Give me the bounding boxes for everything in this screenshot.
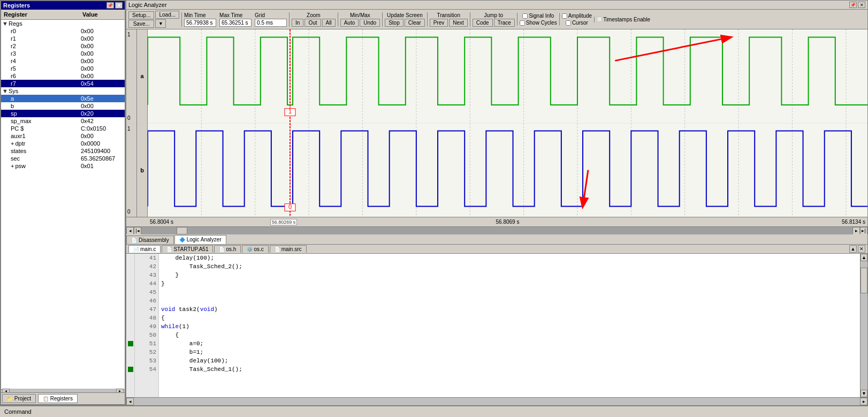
linenum-53: 53 [135,357,158,365]
panel-close-btn[interactable]: ✕ [858,245,865,253]
code-line-47: void task2(void) [161,305,858,314]
reg-row-states[interactable]: states245109400 [1,147,125,155]
code-vscroll[interactable]: ▲ ▼ [860,254,867,397]
zoom-all-btn[interactable]: All [322,19,336,27]
reg-row-r2[interactable]: r20x00 [1,42,125,50]
show-cycles-row: Show Cycles [520,20,557,26]
reg-row-spmax[interactable]: sp_max0x42 [1,117,125,125]
file-tab-mainc[interactable]: 📄 main.c [128,245,161,253]
top-row: Registers 📌 ✕ Register Value ▼ Regs r00x… [0,0,868,405]
transition-group: Transition Prev Next [427,12,468,27]
linenum-54: 54 [135,365,158,374]
code-gutter [126,254,135,397]
linenum-47: 47 [135,305,158,314]
project-tab-btn[interactable]: 📁 Project [2,394,36,403]
logic-icon: 🔷 [179,237,185,242]
reg-row-dptr[interactable]: +dptr 0x0000 [1,140,125,147]
signal-name-b: b [137,124,147,217]
min-time-value[interactable]: 56.79938 s [184,19,216,27]
reg-row-r1[interactable]: r10x00 [1,35,125,42]
reg-row-r3[interactable]: r30x00 [1,50,125,57]
hscroll-track[interactable] [141,227,852,234]
reg-row-sec[interactable]: sec65.36250867 [1,155,125,162]
reg-row-r7[interactable]: r70x54 [1,80,125,87]
signal-b-area: 1 0 [126,124,136,217]
reg-row-r0[interactable]: r00x00 [1,27,125,35]
load-group: Load... ▼ [155,11,179,28]
update-buttons: Stop Clear [385,19,424,27]
zoom-in-btn[interactable]: In [292,19,303,27]
vscroll-thumb[interactable] [861,268,867,293]
vscroll-down-btn[interactable]: ▼ [861,390,867,397]
code-hscroll-track[interactable] [134,398,860,405]
signal-labels: 1 0 1 0 [126,29,137,217]
trace-btn[interactable]: Trace [494,19,515,27]
main-container: Registers 📌 ✕ Register Value ▼ Regs r00x… [0,0,868,417]
max-time-value[interactable]: 65.36251 s [219,19,252,27]
gutter-42 [126,262,134,271]
code-hscroll-right[interactable]: ▸ [860,398,867,405]
file-tab-osh[interactable]: 📄 os.h [214,245,241,253]
registers-pin-btn[interactable]: 📌 [106,2,114,9]
load-btn[interactable]: Load... [155,11,179,19]
hscroll-thumb[interactable] [177,227,187,234]
reg-row-auxr1[interactable]: auxr10x00 [1,132,125,140]
file-tab-mainsrc[interactable]: 📄 main.src [270,245,307,253]
auto-btn[interactable]: Auto [340,19,359,27]
file-tab-startup[interactable]: 📄 STARTUP.A51 [162,245,213,253]
zoom-label: Zoom [307,12,321,18]
registers-close-btn[interactable]: ✕ [115,2,123,9]
linenum-50: 50 [135,331,158,339]
code-hscroll-left[interactable]: ◂ [126,398,134,405]
amplitude-checkbox[interactable] [562,13,567,19]
hscroll-start-btn[interactable]: |◂ [134,227,141,234]
regs-group-header[interactable]: ▼ Regs [1,20,125,27]
clear-btn[interactable]: Clear [405,19,425,27]
show-cycles-checkbox[interactable] [520,20,525,26]
grid-value[interactable]: 0.5 ms [255,19,287,27]
logic-close-btn[interactable]: ✕ [858,2,865,8]
signal-info-checkbox[interactable] [522,13,528,19]
linenum-49: 49 [135,322,158,331]
code-btn[interactable]: Code [473,19,493,27]
stop-btn[interactable]: Stop [385,19,403,27]
prev-btn[interactable]: Prev [430,19,448,27]
reg-row-a[interactable]: a0x5e [1,95,125,102]
tab-disassembly[interactable]: 📄 Disassembly [126,236,174,244]
checkboxes-group2: Amplitude Cursor [559,13,592,26]
reg-row-r6[interactable]: r60x00 [1,72,125,80]
zoom-out-btn[interactable]: Out [304,19,321,27]
status-label: Command [4,408,32,415]
timestamps-row: Timestamps Enable [597,17,650,22]
tab-logic-analyzer[interactable]: 🔷 Logic Analyzer [174,235,226,244]
hscroll-right-btn[interactable]: ▸ [852,227,860,234]
reg-row-r4[interactable]: r40x00 [1,57,125,65]
load-dropdown-btn[interactable]: ▼ [155,19,166,28]
reg-row-pc[interactable]: PC $C:0x0150 [1,125,125,132]
mainc-label: main.c [140,246,156,252]
timestamps-checkbox[interactable] [597,17,602,22]
file-tab-osc[interactable]: ⚙️ os.c [242,245,268,253]
sys-group-header[interactable]: ▼ Sys [1,87,125,95]
vscroll-track[interactable] [861,261,867,390]
panel-expand-btn[interactable]: ▲ [849,245,857,253]
timeline-labels: 56.8004 s 56.80269 s 56.8069 s 56.8134 s [148,219,867,225]
save-btn[interactable]: Save... [128,20,154,28]
reg-row-psw[interactable]: +psw 0x01 [1,162,125,170]
next-btn[interactable]: Next [449,19,468,27]
reg-row-sp[interactable]: sp0x20 [1,110,125,117]
setup-btn[interactable]: Setup... [128,11,154,19]
cursor-checkbox[interactable] [566,20,571,26]
registers-tab-btn[interactable]: 📋 Registers [38,394,78,403]
amplitude-row: Amplitude [562,13,592,19]
reg-row-b[interactable]: b0x00 [1,102,125,110]
hscroll-end-btn[interactable]: ▸| [860,227,867,234]
undo-btn[interactable]: Undo [360,19,380,27]
reg-row-r5[interactable]: r50x00 [1,65,125,72]
gutter-47 [126,305,134,314]
jump-buttons: Code Trace [473,19,515,27]
hscroll-left-btn[interactable]: ◂ [126,227,134,234]
sys-expand-icon: ▼ [2,88,7,94]
vscroll-up-btn[interactable]: ▲ [861,254,867,261]
logic-pin-btn[interactable]: 📌 [849,2,857,8]
